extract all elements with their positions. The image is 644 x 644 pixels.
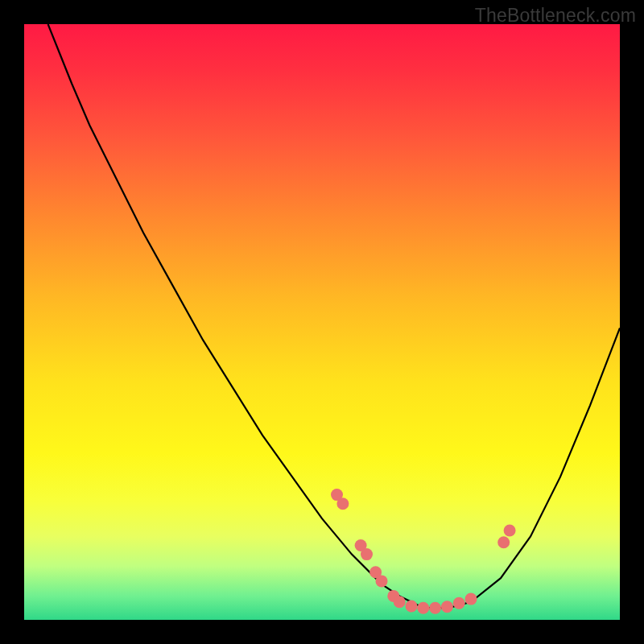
bottleneck-curve — [48, 24, 620, 608]
data-point — [441, 601, 453, 613]
plot-svg — [24, 24, 620, 620]
data-points — [331, 489, 516, 614]
data-point — [376, 575, 388, 587]
data-point — [504, 525, 516, 537]
data-point — [497, 536, 510, 548]
data-point — [465, 593, 477, 605]
data-point — [361, 548, 373, 560]
data-point — [429, 602, 441, 614]
watermark-text: TheBottleneck.com — [475, 5, 636, 27]
chart-area — [24, 24, 620, 620]
data-point — [406, 601, 418, 613]
data-point — [417, 602, 429, 614]
data-point — [453, 597, 465, 609]
data-point — [336, 497, 349, 510]
data-point — [394, 596, 406, 608]
